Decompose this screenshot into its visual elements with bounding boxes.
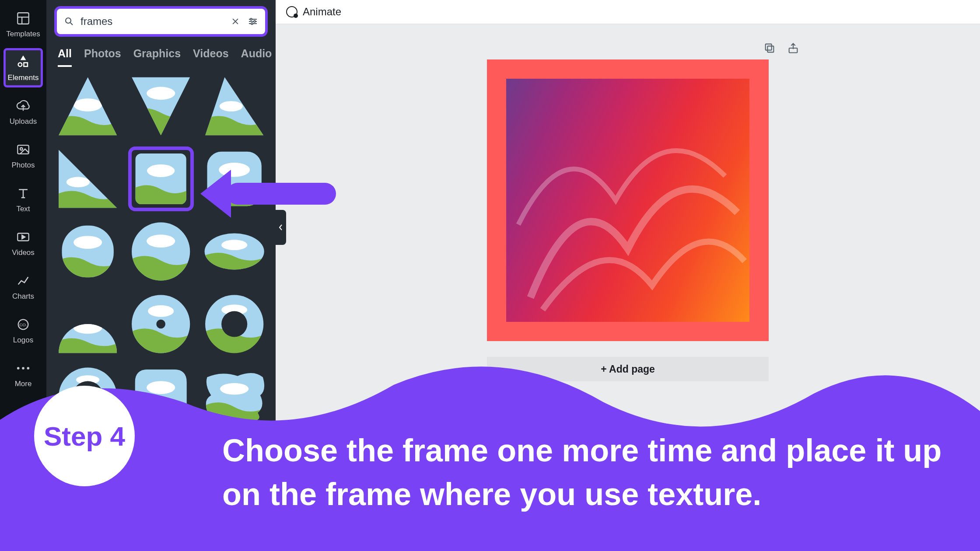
search-input[interactable] xyxy=(80,15,224,28)
page-actions xyxy=(763,42,800,55)
svg-point-22 xyxy=(251,23,253,24)
uploads-icon xyxy=(16,97,31,115)
filter-tabs: All Photos Graphics Videos Audio xyxy=(46,41,276,67)
nav-photos[interactable]: Photos xyxy=(4,136,43,175)
frame-oval[interactable] xyxy=(202,219,267,284)
nav-elements[interactable]: Elements xyxy=(4,48,43,87)
nav-uploads[interactable]: Uploads xyxy=(4,92,43,131)
nav-label: Charts xyxy=(12,292,34,301)
svg-point-21 xyxy=(254,21,256,22)
nav-templates[interactable]: Templates xyxy=(4,4,43,44)
frame-right-triangle[interactable] xyxy=(55,146,120,211)
svg-rect-48 xyxy=(202,219,266,284)
nav-label: Uploads xyxy=(10,117,37,126)
nav-label: Text xyxy=(16,205,30,213)
nav-charts[interactable]: Charts xyxy=(4,267,43,306)
tab-audio[interactable]: Audio xyxy=(241,47,272,67)
charts-icon xyxy=(16,272,31,289)
svg-point-51 xyxy=(74,322,102,334)
filter-icon[interactable] xyxy=(247,15,259,28)
tab-graphics[interactable]: Graphics xyxy=(133,47,181,67)
svg-point-6 xyxy=(20,148,23,150)
svg-point-46 xyxy=(147,235,175,248)
frame-circle-dot[interactable] xyxy=(128,292,193,356)
design-page[interactable] xyxy=(487,59,769,341)
nav-label: Templates xyxy=(6,30,40,38)
search-bar xyxy=(57,9,265,34)
elements-icon xyxy=(16,53,31,71)
search-icon xyxy=(63,15,75,28)
svg-point-28 xyxy=(147,87,175,100)
nav-label: Elements xyxy=(8,73,39,82)
svg-point-49 xyxy=(221,240,247,250)
frame-triangle-up[interactable] xyxy=(55,74,120,139)
videos-icon xyxy=(16,228,31,246)
tab-photos[interactable]: Photos xyxy=(84,47,121,67)
instruction-text: Choose the frame one more time and place… xyxy=(222,429,954,516)
svg-line-14 xyxy=(70,23,73,25)
frame-donut[interactable] xyxy=(202,292,267,356)
tutorial-arrow xyxy=(196,165,340,224)
frame-dome[interactable] xyxy=(55,292,120,356)
svg-rect-5 xyxy=(18,145,29,154)
search-highlight xyxy=(54,6,268,37)
logos-icon: CO. xyxy=(16,316,31,333)
frame-triangle-down[interactable] xyxy=(128,74,193,139)
nav-label: Logos xyxy=(13,336,33,345)
nav-label: Videos xyxy=(12,248,35,257)
step-badge: Step 4 xyxy=(34,386,135,486)
svg-point-34 xyxy=(66,177,90,188)
svg-rect-4 xyxy=(24,63,28,66)
design-texture[interactable] xyxy=(506,79,749,322)
animate-label: Animate xyxy=(303,6,341,18)
svg-point-3 xyxy=(18,63,22,66)
svg-rect-0 xyxy=(18,13,29,24)
svg-text:CO.: CO. xyxy=(19,322,27,327)
top-toolbar: Animate xyxy=(276,0,980,24)
svg-rect-77 xyxy=(766,44,772,50)
frame-square-highlighted[interactable] xyxy=(128,146,193,211)
svg-point-20 xyxy=(250,18,252,20)
nav-logos[interactable]: CO. Logos xyxy=(4,310,43,350)
svg-point-25 xyxy=(74,98,102,112)
svg-point-60 xyxy=(221,305,247,315)
svg-point-37 xyxy=(147,164,175,177)
frame-circle[interactable] xyxy=(128,219,193,284)
nav-text[interactable]: Text xyxy=(4,179,43,219)
share-page-icon[interactable] xyxy=(787,42,800,55)
svg-point-55 xyxy=(157,320,166,329)
tab-videos[interactable]: Videos xyxy=(193,47,229,67)
tutorial-overlay: Step 4 Choose the frame one more time an… xyxy=(0,359,980,551)
nav-videos[interactable]: Videos xyxy=(4,223,43,262)
animate-icon xyxy=(286,6,298,17)
svg-rect-80 xyxy=(227,183,336,205)
duplicate-page-icon[interactable] xyxy=(763,42,777,55)
photos-icon xyxy=(16,141,31,158)
clear-icon[interactable] xyxy=(229,15,242,28)
svg-point-13 xyxy=(66,18,71,23)
frame-squircle[interactable] xyxy=(55,219,120,284)
text-icon xyxy=(16,185,31,202)
nav-label: Photos xyxy=(12,161,35,170)
svg-point-43 xyxy=(74,236,102,249)
animate-button[interactable]: Animate xyxy=(286,6,341,18)
templates-icon xyxy=(16,10,31,27)
frame-triangle-right-lean[interactable] xyxy=(202,74,267,139)
svg-point-31 xyxy=(219,101,242,112)
tab-all[interactable]: All xyxy=(58,47,72,67)
svg-point-54 xyxy=(148,305,174,317)
svg-rect-78 xyxy=(767,46,774,52)
